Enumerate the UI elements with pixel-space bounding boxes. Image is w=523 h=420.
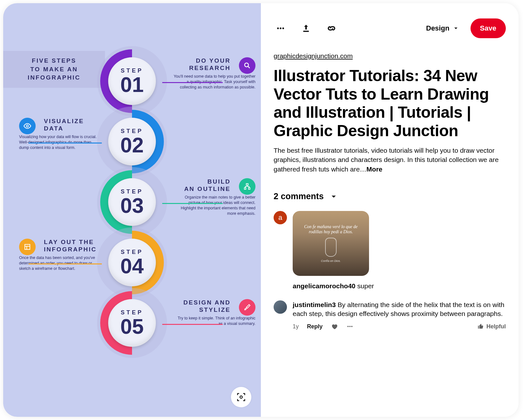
connector-line: [29, 143, 102, 144]
svg-point-12: [351, 326, 352, 327]
search-icon: [239, 57, 255, 74]
connector-line: [162, 82, 223, 83]
pin-description: The best free Illustrator tutorials, vid…: [274, 146, 506, 174]
share-button[interactable]: [299, 21, 313, 35]
step-number: 05: [120, 316, 143, 337]
step-circle: STEP04: [97, 228, 167, 298]
chevron-down-icon: [453, 25, 459, 32]
comments-header[interactable]: 2 comments: [274, 192, 506, 201]
copy-link-button[interactable]: [324, 21, 338, 35]
svg-rect-3: [244, 188, 246, 189]
callout-head: BUILDAN OUTLINE: [184, 178, 231, 193]
callout-head: DESIGN ANDSTYLIZE: [183, 299, 231, 314]
infographic-title: FIVE STEPS TO MAKE AN INFOGRAPHIC: [3, 51, 105, 88]
pin-detail-panel: Design Save graphicdesignjunction.com Il…: [261, 3, 519, 417]
avatar[interactable]: [274, 300, 287, 314]
helpful-label: Helpful: [486, 323, 506, 330]
comment-attachment[interactable]: Con fe mañana veré lo que de rodillas ho…: [293, 211, 369, 276]
step-callout: LAY OUT THEINFOGRAPHICOnce the data has …: [19, 239, 101, 271]
svg-point-0: [245, 63, 248, 67]
more-options-button[interactable]: [274, 21, 288, 35]
connector-line: [162, 203, 223, 204]
toolbar: Design Save: [274, 18, 506, 38]
step-callout: DO YOURRESEARCHYou'll need some data to …: [173, 57, 255, 90]
pin-image[interactable]: FIVE STEPS TO MAKE AN INFOGRAPHIC STEP01…: [3, 3, 261, 417]
step-number: 03: [120, 195, 143, 216]
layout-icon: [19, 239, 36, 255]
zoom-button[interactable]: [231, 387, 251, 407]
step-circle: STEP05: [97, 288, 167, 358]
title-line: INFOGRAPHIC: [10, 74, 99, 82]
pin-desc-text: The best free Illustrator tutorials, vid…: [274, 147, 499, 173]
callout-head: DO YOURRESEARCH: [189, 57, 231, 72]
comment-user[interactable]: angelicamorocho40: [293, 282, 355, 290]
svg-rect-4: [248, 188, 250, 189]
pin-closeup-card: FIVE STEPS TO MAKE AN INFOGRAPHIC STEP01…: [3, 3, 519, 417]
reply-button[interactable]: Reply: [307, 323, 323, 330]
svg-rect-2: [246, 184, 248, 185]
comment-more-button[interactable]: [346, 323, 354, 330]
thumb-footer: Confía en Dios.: [321, 259, 341, 262]
comment: a Con fe mañana veré lo que de rodillas …: [274, 211, 506, 290]
step-callout: DESIGN ANDSTYLIZETry to keep it simple. …: [173, 299, 255, 326]
thumb-text: Con fe mañana veré lo que de rodillas ho…: [299, 224, 363, 234]
board-label: Design: [426, 24, 449, 32]
steps-column: STEP01STEP02STEP03STEP04STEP05: [97, 46, 167, 358]
connector-line: [29, 263, 102, 264]
chevron-down-icon: [330, 192, 338, 201]
comment-meta: 1y Reply Helpful: [293, 323, 506, 330]
board-picker[interactable]: Design: [426, 24, 459, 32]
source-link[interactable]: graphicdesignjunction.com: [274, 52, 353, 60]
lamp-icon: [325, 238, 337, 257]
callout-head: VISUALIZEDATA: [44, 118, 84, 132]
connector-line: [162, 324, 223, 325]
comment-body: angelicamorocho40 super: [293, 282, 506, 290]
svg-point-8: [280, 27, 281, 29]
more-link[interactable]: More: [366, 165, 382, 173]
helpful-button[interactable]: Helpful: [478, 323, 506, 330]
save-button[interactable]: Save: [471, 18, 506, 38]
svg-point-1: [26, 125, 29, 127]
step-circle: STEP02: [97, 107, 167, 177]
step-number: 04: [120, 256, 143, 276]
svg-point-10: [347, 326, 349, 327]
comment: justintimelin3 By alternating the side o…: [274, 300, 506, 331]
step-callout: BUILDAN OUTLINEOrganize the main notes t…: [173, 178, 255, 216]
like-button[interactable]: [331, 323, 338, 330]
comment-user[interactable]: justintimelin3: [293, 301, 336, 308]
svg-point-11: [349, 326, 351, 327]
title-line: FIVE STEPS: [10, 57, 99, 65]
title-line: TO MAKE AN: [10, 65, 99, 74]
eye-icon: [19, 118, 36, 134]
step-circle: STEP03: [97, 167, 167, 237]
callout-body: Organize the main notes to give a better…: [173, 195, 255, 216]
comment-text: super: [357, 282, 374, 290]
step-number: 02: [120, 135, 143, 156]
thumbs-up-icon: [478, 323, 484, 330]
avatar[interactable]: a: [274, 211, 287, 224]
callout-head: LAY OUT THEINFOGRAPHIC: [44, 239, 97, 253]
step-circle: STEP01: [97, 46, 167, 116]
step-number: 01: [120, 74, 143, 95]
pin-title: Illustrator Tutorials: 34 New Vector Tut…: [274, 67, 506, 140]
comment-body: justintimelin3 By alternating the side o…: [293, 300, 506, 318]
comments-count: 2 comments: [274, 192, 324, 201]
svg-point-7: [277, 27, 279, 29]
brush-icon: [239, 299, 255, 316]
comment-age: 1y: [293, 323, 299, 330]
svg-point-6: [240, 396, 242, 398]
step-callout: VISUALIZEDATAVisualizing how your data w…: [19, 118, 101, 150]
sitemap-icon: [239, 178, 255, 195]
svg-point-9: [282, 27, 284, 29]
svg-rect-5: [25, 244, 30, 249]
